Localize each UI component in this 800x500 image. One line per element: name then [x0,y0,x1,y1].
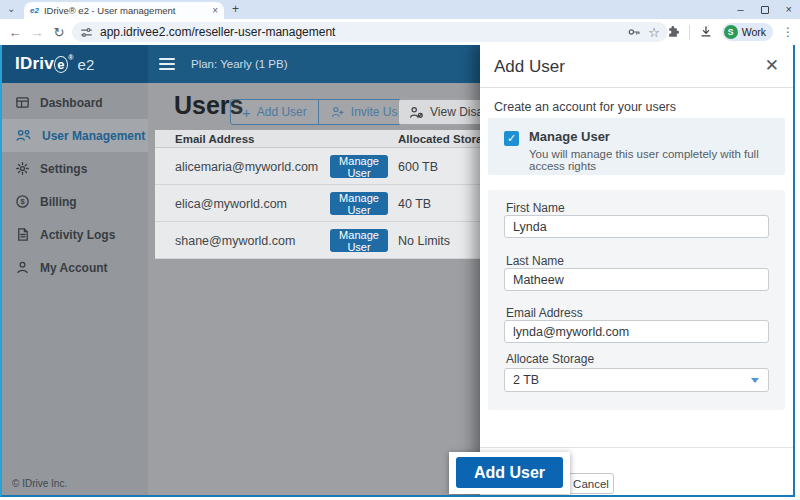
manage-user-box: ✓ Manage User You will manage this user … [488,118,785,175]
user-email: shane@myworld.com [175,234,295,248]
person-disabled-icon [408,105,424,120]
sidebar-item-label: Dashboard [40,96,103,110]
last-name-field[interactable] [504,268,769,291]
sidebar-item-label: Activity Logs [40,228,115,242]
drawer-subtitle: Create an account for your users [494,100,676,114]
browser-tabstrip: ⌄ e2 IDrive® e2 - User management × + – … [0,0,800,19]
sidebar-item-dashboard[interactable]: Dashboard [2,86,148,119]
manage-user-button[interactable]: Manage User [330,155,388,178]
sidebar-item-label: Billing [40,195,77,209]
close-window-button[interactable]: × [786,3,792,16]
users-icon [15,128,32,143]
plan-info: Plan: Yearly (1 PB) [191,58,288,70]
first-name-label: First Name [506,201,565,215]
sidebar-item-user-management[interactable]: User Management [2,119,148,152]
tab-close-icon[interactable]: × [212,5,218,16]
sidebar-item-label: Settings [40,162,87,176]
sidebar-item-label: My Account [40,261,108,275]
window-controls: – × [737,3,792,16]
sidebar: Dashboard User Management Settings $ Bil… [2,83,148,495]
manage-user-button[interactable]: Manage User [330,229,388,252]
url-text: app.idrivee2.com/reseller-user-managemen… [100,25,620,39]
dashboard-icon [15,95,30,110]
chevron-down-icon [751,378,759,383]
sidebar-item-settings[interactable]: Settings [2,152,148,185]
add-user-submit-button[interactable]: Add User [456,457,563,488]
user-actions-group: + Add User Invite Users [230,99,426,125]
tab-search-chevron-icon[interactable]: ⌄ [7,3,15,14]
extensions-icon[interactable] [666,25,680,39]
forward-button[interactable]: → [26,25,48,40]
gear-icon [15,161,30,176]
password-key-icon[interactable] [627,25,641,39]
app-viewport: IDrive® e2 Plan: Yearly (1 PB) Dashboard… [0,45,795,497]
site-settings-icon[interactable] [80,26,93,39]
add-user-drawer: Add User ✕ Create an account for your us… [480,45,793,495]
copyright-text: © IDrive Inc. [12,478,67,489]
toolbar-right: S Work ⋮ [666,22,794,42]
svg-text:$: $ [20,197,25,206]
drawer-header: Add User ✕ [480,45,793,88]
close-icon[interactable]: ✕ [765,55,779,76]
plus-icon: + [242,104,251,121]
app-logo: IDrive® e2 [2,45,148,83]
allocated-storage: No Limits [398,234,450,248]
site-favicon: e2 [30,6,39,15]
url-bar[interactable]: app.idrivee2.com/reseller-user-managemen… [72,22,668,42]
allocate-storage-label: Allocate Storage [506,352,594,366]
document-icon [15,227,30,242]
cancel-button[interactable]: Cancel [568,473,614,494]
dollar-circle-icon: $ [15,194,30,209]
profile-label: Work [742,26,766,38]
manage-user-label: Manage User [529,129,610,144]
last-name-label: Last Name [506,254,564,268]
toolbar-divider [689,25,690,40]
manage-user-checkbox[interactable]: ✓ [504,131,519,146]
drawer-title: Add User [494,57,565,77]
browser-toolbar: ← → ↻ app.idrivee2.com/reseller-user-man… [0,19,800,45]
tab-title: IDrive® e2 - User management [44,5,207,16]
sidebar-item-my-account[interactable]: My Account [2,251,148,284]
logo-product: e2 [78,56,95,73]
hamburger-menu-icon[interactable] [159,55,175,73]
add-user-button[interactable]: + Add User [231,100,318,124]
first-name-field[interactable] [504,215,769,238]
person-plus-icon [330,105,345,119]
minimize-button[interactable]: – [737,3,743,16]
add-user-form: First Name Last Name Email Address Alloc… [488,190,785,410]
column-header-email: Email Address [175,133,254,145]
maximize-button[interactable] [761,6,769,14]
profile-chip[interactable]: S Work [722,23,773,41]
sidebar-item-label: User Management [42,129,145,143]
browser-menu-icon[interactable]: ⋮ [782,25,794,39]
logo-text: IDrive® [15,54,74,74]
back-button[interactable]: ← [4,25,26,40]
avatar: S [724,25,738,39]
allocate-storage-select[interactable]: 2 TB [504,368,769,392]
reload-button[interactable]: ↻ [48,25,70,40]
selected-storage-value: 2 TB [513,373,539,387]
downloads-icon[interactable] [699,25,713,39]
user-email: elica@myworld.com [175,197,287,211]
sidebar-item-billing[interactable]: $ Billing [2,185,148,218]
allocated-storage: 600 TB [398,160,438,174]
person-icon [15,260,30,275]
sidebar-item-activity-logs[interactable]: Activity Logs [2,218,148,251]
manage-user-description: You will manage this user completely wit… [529,148,785,172]
email-label: Email Address [506,306,583,320]
allocated-storage: 40 TB [398,197,431,211]
bookmark-star-icon[interactable]: ☆ [648,25,660,40]
add-user-button-highlight: Add User [449,452,570,494]
new-tab-button[interactable]: + [232,2,239,16]
email-field[interactable] [504,320,769,343]
user-email: alicemaria@myworld.com [175,160,318,174]
browser-tab[interactable]: e2 IDrive® e2 - User management × [24,2,224,19]
manage-user-button[interactable]: Manage User [330,192,388,215]
